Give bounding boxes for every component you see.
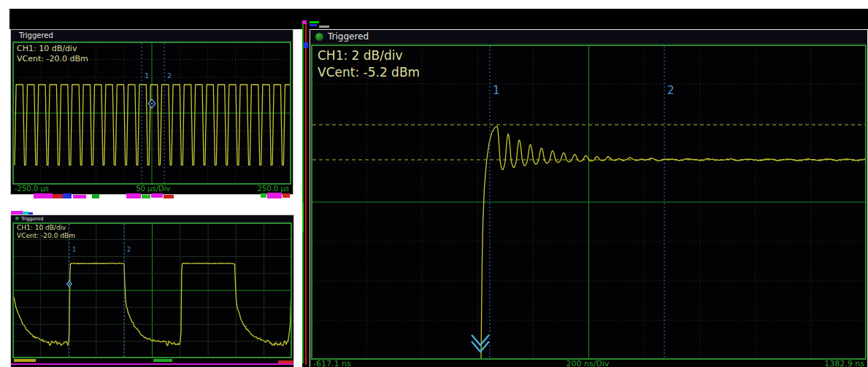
artifact <box>267 193 282 198</box>
scope-window-pulse-detail: Triggered 12 CH1: 10 dB/div VCent: -20.0… <box>10 215 294 367</box>
artifact <box>302 23 304 363</box>
window-title: Triggered <box>21 216 43 222</box>
trigger-position-arrow-icon[interactable] <box>472 335 489 352</box>
artifact <box>283 193 290 198</box>
window-title: Triggered <box>328 31 369 42</box>
artifact <box>142 195 150 198</box>
artifact <box>164 195 174 198</box>
trigger-status-icon <box>15 217 19 220</box>
artifact-strip <box>302 20 310 367</box>
background-strip <box>9 9 868 29</box>
marker-1-label[interactable]: 1 <box>493 84 500 97</box>
artifact <box>310 21 319 23</box>
plot-area[interactable]: 12 CH1: 10 dB/div VCent: -20.0 dBm <box>12 42 291 185</box>
artifact <box>92 194 99 198</box>
artifact <box>14 359 36 362</box>
artifact-line <box>11 363 293 365</box>
marker-2-label[interactable]: 2 <box>127 247 131 253</box>
plot-area[interactable]: 12 CH1: 10 dB/div VCent: -20.0 dBm <box>12 223 292 358</box>
scope-window-step-response: Triggered 12 CH1: 2 dB/div VCent: -5.2 d… <box>310 29 868 367</box>
marker-1-label[interactable]: 1 <box>72 247 76 253</box>
axis-end-label: 1382.9 ns <box>824 360 864 367</box>
waveform-trace <box>481 126 865 358</box>
scope-window-pulse-train: Triggered 12 CH1: 10 dB/div VCent: -20.0… <box>10 29 293 195</box>
artifact <box>304 42 308 48</box>
clipped-axis-strip <box>11 358 293 367</box>
channel-scale-label: CH1: 10 dB/div <box>17 224 75 232</box>
artifact <box>34 193 53 198</box>
channel-scale-label: CH1: 10 dB/div <box>17 44 88 54</box>
trigger-diamond-dot <box>69 283 70 285</box>
artifact <box>126 193 141 198</box>
artifact <box>302 20 307 24</box>
axis-start-label: -617.1 ns <box>313 360 351 367</box>
titlebar[interactable]: Triggered <box>310 30 867 44</box>
artifact <box>53 194 63 198</box>
marker-1-label[interactable]: 1 <box>145 72 149 80</box>
vcenter-label: VCent: -5.2 dBm <box>318 64 420 81</box>
channel-scale-label: CH1: 2 dB/div <box>318 47 420 64</box>
trigger-status-icon <box>315 33 323 41</box>
artifact <box>153 359 172 362</box>
titlebar[interactable]: Triggered <box>11 215 293 223</box>
plot-area[interactable]: 12 CH1: 2 dB/div VCent: -5.2 dBm <box>311 45 867 360</box>
artifact <box>310 24 317 26</box>
axis-scale-label: 200 ns/Div <box>566 360 610 367</box>
artifact <box>319 26 329 28</box>
channel-settings-label: CH1: 2 dB/div VCent: -5.2 dBm <box>318 47 420 81</box>
marker-2-label[interactable]: 2 <box>167 72 172 80</box>
window-title: Triggered <box>19 31 53 39</box>
artifact <box>302 203 304 232</box>
trigger-diamond-dot <box>151 103 153 104</box>
artifact <box>305 22 307 365</box>
waveform-trace <box>15 85 291 165</box>
artifact <box>63 193 72 198</box>
channel-settings-label: CH1: 10 dB/div VCent: -20.0 dBm <box>17 224 75 240</box>
channel-settings-label: CH1: 10 dB/div VCent: -20.0 dBm <box>17 44 88 64</box>
oscilloscope-desktop: Triggered 12 CH1: 10 dB/div VCent: -20.0… <box>0 0 868 367</box>
vcenter-label: VCent: -20.0 dBm <box>17 232 75 240</box>
waveform-trace <box>14 263 292 346</box>
titlebar[interactable]: Triggered <box>11 30 293 42</box>
artifact <box>261 193 266 198</box>
artifact <box>151 193 163 198</box>
vcenter-label: VCent: -20.0 dBm <box>17 54 88 64</box>
artifact <box>73 195 86 198</box>
time-axis-labels: -617.1 ns 200 ns/Div 1382.9 ns <box>311 360 867 367</box>
marker-2-label[interactable]: 2 <box>667 84 675 97</box>
